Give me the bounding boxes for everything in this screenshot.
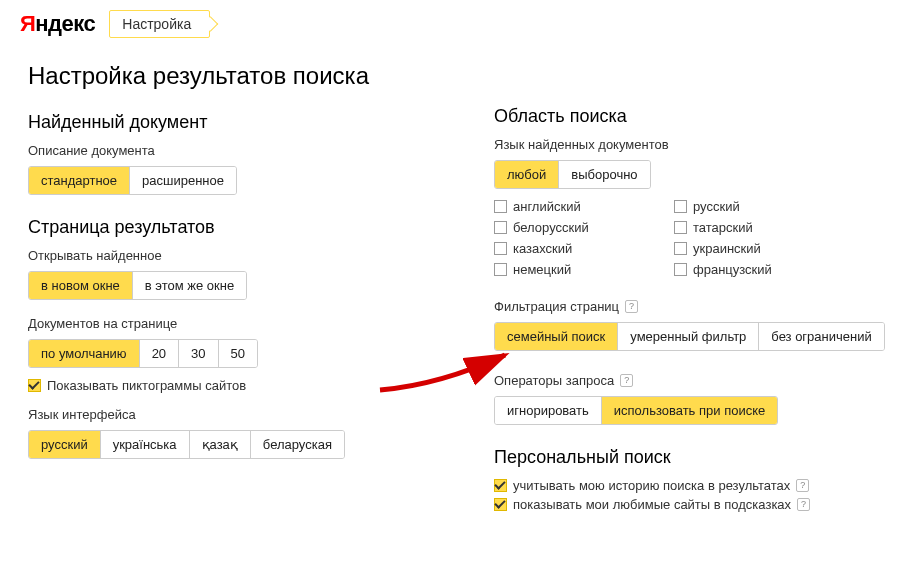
iface-lang-ua[interactable]: українська xyxy=(100,431,189,458)
settings-pill[interactable]: Настройка xyxy=(109,10,210,38)
open-option-same-window[interactable]: в этом же окне xyxy=(132,272,246,299)
operators-option-ignore[interactable]: игнорировать xyxy=(495,397,601,424)
filter-option-none[interactable]: без ограничений xyxy=(758,323,883,350)
lang-checkbox[interactable] xyxy=(494,200,507,213)
help-icon[interactable]: ? xyxy=(620,374,633,387)
docs-option-30[interactable]: 30 xyxy=(178,340,217,367)
docs-options: по умолчанию 20 30 50 xyxy=(28,339,258,368)
lang-grid: английский русский белорусский татарский… xyxy=(494,199,824,277)
iface-lang-label: Язык интерфейса xyxy=(28,407,414,422)
lang-checkbox[interactable] xyxy=(494,263,507,276)
desc-label: Описание документа xyxy=(28,143,414,158)
section-personal-search: Персональный поиск учитывать мою историю… xyxy=(494,447,880,512)
lang-item-english[interactable]: английский xyxy=(494,199,644,214)
lang-mode-any[interactable]: любой xyxy=(495,161,558,188)
lang-item-belarusian[interactable]: белорусский xyxy=(494,220,644,235)
logo[interactable]: Яндекс xyxy=(20,11,95,37)
left-column: Настройка результатов поиска Найденный д… xyxy=(28,62,414,534)
personal-history-checkbox[interactable] xyxy=(494,479,507,492)
iface-lang-by[interactable]: беларуская xyxy=(250,431,344,458)
show-favicons-row[interactable]: Показывать пиктограммы сайтов xyxy=(28,378,414,393)
lang-item-russian[interactable]: русский xyxy=(674,199,824,214)
filter-option-moderate[interactable]: умеренный фильтр xyxy=(617,323,758,350)
open-option-new-window[interactable]: в новом окне xyxy=(29,272,132,299)
lang-checkbox[interactable] xyxy=(674,200,687,213)
filter-options: семейный поиск умеренный фильтр без огра… xyxy=(494,322,885,351)
lang-checkbox[interactable] xyxy=(494,242,507,255)
desc-option-extended[interactable]: расширенное xyxy=(129,167,236,194)
operators-option-use[interactable]: использовать при поиске xyxy=(601,397,777,424)
show-favicons-label: Показывать пиктограммы сайтов xyxy=(47,378,246,393)
lang-item-german[interactable]: немецкий xyxy=(494,262,644,277)
section-page-filter: Фильтрация страниц ? семейный поиск умер… xyxy=(494,299,880,351)
found-doc-heading: Найденный документ xyxy=(28,112,414,133)
search-area-heading: Область поиска xyxy=(494,106,880,127)
right-column: Область поиска Язык найденных документов… xyxy=(494,62,880,534)
operators-options: игнорировать использовать при поиске xyxy=(494,396,778,425)
page-title: Настройка результатов поиска xyxy=(28,62,414,90)
personal-fav-row[interactable]: показывать мои любимые сайты в подсказка… xyxy=(494,497,880,512)
iface-lang-options: русский українська қазақ беларуская xyxy=(28,430,345,459)
open-label: Открывать найденное xyxy=(28,248,414,263)
show-favicons-checkbox[interactable] xyxy=(28,379,41,392)
logo-accent: Я xyxy=(20,11,35,36)
filter-label: Фильтрация страниц ? xyxy=(494,299,880,314)
docs-option-20[interactable]: 20 xyxy=(139,340,178,367)
docs-option-default[interactable]: по умолчанию xyxy=(29,340,139,367)
lang-item-ukrainian[interactable]: украинский xyxy=(674,241,824,256)
personal-fav-label: показывать мои любимые сайты в подсказка… xyxy=(513,497,791,512)
iface-lang-kz[interactable]: қазақ xyxy=(189,431,250,458)
desc-option-standard[interactable]: стандартное xyxy=(29,167,129,194)
help-icon[interactable]: ? xyxy=(625,300,638,313)
filter-option-family[interactable]: семейный поиск xyxy=(495,323,617,350)
lang-item-kazakh[interactable]: казахский xyxy=(494,241,644,256)
open-options: в новом окне в этом же окне xyxy=(28,271,247,300)
iface-lang-ru[interactable]: русский xyxy=(29,431,100,458)
logo-rest: ндекс xyxy=(35,11,95,36)
lang-mode-options: любой выборочно xyxy=(494,160,651,189)
help-icon[interactable]: ? xyxy=(796,479,809,492)
section-results-page: Страница результатов Открывать найденное… xyxy=(28,217,414,459)
page-body: Настройка результатов поиска Найденный д… xyxy=(0,44,900,534)
lang-checkbox[interactable] xyxy=(674,221,687,234)
results-page-heading: Страница результатов xyxy=(28,217,414,238)
found-lang-label: Язык найденных документов xyxy=(494,137,880,152)
header: Яндекс Настройка xyxy=(0,0,900,44)
section-query-operators: Операторы запроса ? игнорировать использ… xyxy=(494,373,880,425)
desc-options: стандартное расширенное xyxy=(28,166,237,195)
personal-fav-checkbox[interactable] xyxy=(494,498,507,511)
section-search-area: Область поиска Язык найденных документов… xyxy=(494,106,880,277)
lang-checkbox[interactable] xyxy=(674,242,687,255)
lang-checkbox[interactable] xyxy=(494,221,507,234)
lang-mode-selective[interactable]: выборочно xyxy=(558,161,649,188)
operators-label: Операторы запроса ? xyxy=(494,373,880,388)
lang-item-french[interactable]: французский xyxy=(674,262,824,277)
help-icon[interactable]: ? xyxy=(797,498,810,511)
section-found-document: Найденный документ Описание документа ст… xyxy=(28,112,414,195)
personal-search-heading: Персональный поиск xyxy=(494,447,880,468)
docs-option-50[interactable]: 50 xyxy=(218,340,257,367)
lang-item-tatar[interactable]: татарский xyxy=(674,220,824,235)
personal-history-label: учитывать мою историю поиска в результат… xyxy=(513,478,790,493)
personal-history-row[interactable]: учитывать мою историю поиска в результат… xyxy=(494,478,880,493)
settings-pill-label: Настройка xyxy=(122,16,191,32)
lang-checkbox[interactable] xyxy=(674,263,687,276)
docs-label: Документов на странице xyxy=(28,316,414,331)
